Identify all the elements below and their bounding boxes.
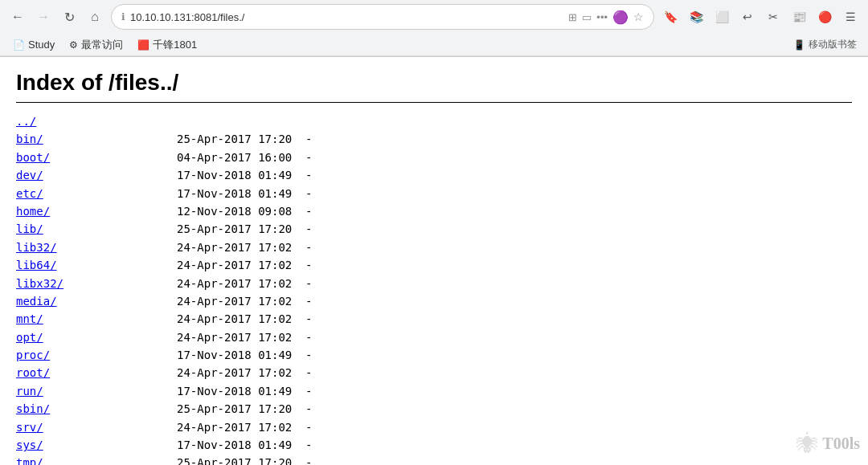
bookmark-qianfeng[interactable]: 🟥 千锋1801 bbox=[131, 36, 203, 54]
study-bookmark-icon: 📄 bbox=[13, 39, 25, 51]
menu-icon-btn[interactable]: ☰ bbox=[839, 6, 862, 28]
page-content: Index of /files../ ../bin/25-Apr-2017 17… bbox=[0, 57, 868, 465]
file-size: - bbox=[305, 166, 354, 184]
toolbar-right: 🔖 📚 ⬜ ↩ ✂ 📰 🔴 ☰ bbox=[659, 6, 862, 28]
file-date: 17-Nov-2018 01:49 bbox=[177, 436, 305, 454]
file-date: 24-Apr-2017 17:02 bbox=[177, 310, 305, 328]
bookmark-qianfeng-label: 千锋1801 bbox=[153, 38, 197, 52]
file-link[interactable]: mnt/ bbox=[16, 310, 177, 328]
file-size: - bbox=[305, 454, 354, 465]
file-row: lib32/24-Apr-2017 17:02- bbox=[16, 239, 852, 256]
file-date: 17-Nov-2018 01:49 bbox=[177, 346, 305, 364]
file-link[interactable]: libx32/ bbox=[16, 275, 177, 292]
share-icon-btn[interactable]: ↩ bbox=[736, 6, 759, 28]
pocket-icon-btn[interactable]: 📰 bbox=[788, 6, 810, 28]
file-size: - bbox=[305, 382, 354, 400]
file-link[interactable]: dev/ bbox=[16, 166, 177, 184]
file-date: 25-Apr-2017 17:20 bbox=[177, 220, 305, 238]
file-link[interactable]: sbin/ bbox=[16, 400, 177, 418]
file-row: dev/17-Nov-2018 01:49- bbox=[16, 166, 852, 184]
file-date: 17-Nov-2018 01:49 bbox=[177, 185, 305, 202]
file-row: libx32/24-Apr-2017 17:02- bbox=[16, 275, 852, 292]
file-date: 12-Nov-2018 09:08 bbox=[177, 202, 305, 220]
bookmark-common-visit[interactable]: ⚙ 最常访问 bbox=[63, 36, 129, 54]
file-size: - bbox=[305, 364, 354, 381]
file-link[interactable]: ../ bbox=[16, 112, 177, 130]
file-row: proc/17-Nov-2018 01:49- bbox=[16, 346, 852, 364]
grid-icon[interactable]: ⊞ bbox=[568, 11, 577, 23]
file-link[interactable]: lib/ bbox=[16, 220, 177, 238]
tablet-icon[interactable]: ▭ bbox=[582, 11, 592, 23]
file-row: sbin/25-Apr-2017 17:20- bbox=[16, 400, 852, 418]
file-row: ../ bbox=[16, 112, 852, 130]
more-dots-icon[interactable]: ••• bbox=[596, 11, 608, 23]
security-icon: ℹ bbox=[121, 11, 125, 22]
file-row: boot/04-Apr-2017 16:00- bbox=[16, 149, 852, 166]
file-date: 17-Nov-2018 01:49 bbox=[177, 166, 305, 184]
mobile-bookmark-label: 移动版书签 bbox=[809, 38, 857, 51]
file-date: 17-Nov-2018 01:49 bbox=[177, 382, 305, 400]
file-link[interactable]: run/ bbox=[16, 382, 177, 400]
file-link[interactable]: bin/ bbox=[16, 130, 177, 148]
file-row: root/24-Apr-2017 17:02- bbox=[16, 364, 852, 381]
file-size: - bbox=[305, 400, 354, 418]
file-row: bin/25-Apr-2017 17:20- bbox=[16, 130, 852, 148]
ball-icon-btn[interactable]: 🔴 bbox=[813, 6, 836, 28]
file-row: etc/17-Nov-2018 01:49- bbox=[16, 185, 852, 202]
file-row: mnt/24-Apr-2017 17:02- bbox=[16, 310, 852, 328]
file-date: 25-Apr-2017 17:20 bbox=[177, 130, 305, 148]
forward-button[interactable]: → bbox=[32, 6, 55, 28]
window-icon-btn[interactable]: ⬜ bbox=[710, 6, 733, 28]
file-row: sys/17-Nov-2018 01:49- bbox=[16, 436, 852, 454]
file-date: 25-Apr-2017 17:20 bbox=[177, 454, 305, 465]
file-link[interactable]: srv/ bbox=[16, 418, 177, 436]
file-link[interactable]: lib32/ bbox=[16, 239, 177, 256]
address-bar-container[interactable]: ℹ ⊞ ▭ ••• 🟣 ☆ bbox=[111, 4, 654, 30]
bookmarks-icon-btn[interactable]: 🔖 bbox=[659, 6, 682, 28]
file-date: 24-Apr-2017 17:02 bbox=[177, 275, 305, 292]
file-row: lib/25-Apr-2017 17:20- bbox=[16, 220, 852, 238]
file-row: tmp/25-Apr-2017 17:20- bbox=[16, 454, 852, 465]
file-listing: ../bin/25-Apr-2017 17:20-boot/04-Apr-201… bbox=[16, 112, 852, 465]
file-row: opt/24-Apr-2017 17:02- bbox=[16, 328, 852, 346]
file-size: - bbox=[305, 256, 354, 274]
file-link[interactable]: opt/ bbox=[16, 328, 177, 346]
address-bar[interactable] bbox=[130, 11, 563, 23]
file-row: run/17-Nov-2018 01:49- bbox=[16, 382, 852, 400]
file-link[interactable]: lib64/ bbox=[16, 256, 177, 274]
page-title: Index of /files../ bbox=[16, 70, 852, 96]
file-size: - bbox=[305, 436, 354, 454]
file-row: media/24-Apr-2017 17:02- bbox=[16, 292, 852, 310]
file-date: 24-Apr-2017 17:02 bbox=[177, 239, 305, 256]
bookmarks-bar: 📄 Study ⚙ 最常访问 🟥 千锋1801 📱 移动版书签 bbox=[0, 34, 868, 56]
reload-button[interactable]: ↻ bbox=[58, 6, 80, 28]
nav-buttons: ← → ↻ ⌂ bbox=[6, 6, 106, 28]
extension-icon[interactable]: 🟣 bbox=[612, 10, 628, 25]
bookmark-study[interactable]: 📄 Study bbox=[6, 37, 61, 52]
file-link[interactable]: home/ bbox=[16, 202, 177, 220]
file-size: - bbox=[305, 220, 354, 238]
common-visit-icon: ⚙ bbox=[69, 39, 78, 51]
file-date: 24-Apr-2017 17:02 bbox=[177, 364, 305, 381]
file-size: - bbox=[305, 328, 354, 346]
file-row: lib64/24-Apr-2017 17:02- bbox=[16, 256, 852, 274]
file-link[interactable]: proc/ bbox=[16, 346, 177, 364]
file-link[interactable]: boot/ bbox=[16, 149, 177, 166]
file-link[interactable]: sys/ bbox=[16, 436, 177, 454]
file-link[interactable]: media/ bbox=[16, 292, 177, 310]
file-date: 24-Apr-2017 17:02 bbox=[177, 418, 305, 436]
library-icon-btn[interactable]: 📚 bbox=[685, 6, 707, 28]
file-link[interactable]: root/ bbox=[16, 364, 177, 381]
home-button[interactable]: ⌂ bbox=[84, 6, 106, 28]
back-button[interactable]: ← bbox=[6, 6, 29, 28]
bookmarks-right: 📱 移动版书签 bbox=[788, 36, 862, 53]
star-icon[interactable]: ☆ bbox=[633, 10, 644, 23]
file-link[interactable]: tmp/ bbox=[16, 454, 177, 465]
file-size: - bbox=[305, 202, 354, 220]
mobile-bookmark[interactable]: 📱 移动版书签 bbox=[788, 36, 862, 53]
file-link[interactable]: etc/ bbox=[16, 185, 177, 202]
file-size: - bbox=[305, 185, 354, 202]
capture-icon-btn[interactable]: ✂ bbox=[762, 6, 784, 28]
file-date: 24-Apr-2017 17:02 bbox=[177, 256, 305, 274]
file-size: - bbox=[305, 275, 354, 292]
